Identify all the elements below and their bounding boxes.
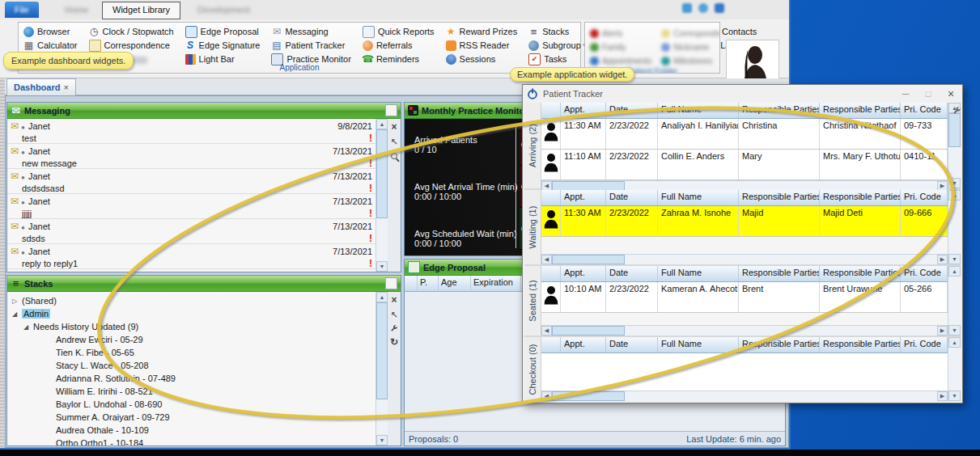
scroll-left-icon[interactable] (541, 326, 552, 336)
family-button[interactable]: Family (588, 40, 653, 53)
wrench-icon[interactable] (390, 324, 398, 332)
close-button[interactable] (940, 86, 962, 102)
correspondence2-button[interactable]: Correspondence (660, 27, 720, 40)
close-tab-icon[interactable] (63, 82, 68, 92)
tab-widget-library[interactable]: Widget Library (102, 2, 180, 19)
close-icon[interactable] (391, 121, 397, 133)
column-header[interactable]: P. (418, 276, 439, 291)
scroll-down-icon[interactable] (948, 254, 961, 264)
popout-arrow-icon[interactable] (390, 310, 397, 320)
vertical-scrollbar[interactable] (375, 292, 388, 445)
tracker-title-bar[interactable]: Patient Tracker (523, 85, 962, 103)
column-header[interactable]: Responsible Parties (F (739, 103, 820, 118)
column-header[interactable]: Appt. (561, 337, 606, 353)
tree-item-patient[interactable]: William E. Iririhi - 08-521 (56, 385, 375, 398)
scroll-down-icon[interactable] (376, 435, 388, 445)
tree-item-patient[interactable]: Tien K. Fibe - 05-65 (56, 346, 375, 359)
subgroup-button[interactable]: Subgroup (527, 39, 588, 52)
correspondence-button[interactable]: Correspondence (87, 39, 176, 52)
status-circle-icon[interactable] (698, 3, 708, 13)
vertical-scrollbar[interactable] (948, 190, 961, 264)
column-header[interactable]: Expiration (471, 276, 521, 291)
scroll-up-icon[interactable] (948, 190, 961, 201)
help-icon[interactable] (715, 3, 724, 13)
column-header[interactable]: Pri. Code (901, 190, 948, 205)
patient-row[interactable]: 10:10 AM 2/23/2022 Kameran A. Ahecoti Br… (541, 282, 948, 313)
tree-item-patient[interactable]: Stacy L. Wace - 05-208 (56, 359, 375, 372)
column-header[interactable]: Responsible Parties (F (820, 337, 901, 353)
column-header[interactable]: Responsible Parties (F (820, 103, 901, 118)
expanded-arrow-icon[interactable] (12, 310, 22, 318)
scroll-thumb[interactable] (948, 113, 961, 147)
quick-reports-button[interactable]: Quick Reports (361, 25, 436, 38)
patient-tracker-button[interactable]: Patient Tracker (269, 39, 352, 52)
vertical-scrollbar[interactable] (375, 119, 388, 272)
column-header[interactable]: Responsible Parties (F (739, 190, 820, 205)
messaging-button[interactable]: Messaging (269, 25, 352, 38)
close-icon[interactable] (391, 294, 397, 306)
reward-prizes-button[interactable]: Reward Prizes (444, 25, 520, 38)
calculator-button[interactable]: Calculator (22, 39, 79, 52)
horizontal-scrollbar[interactable] (541, 325, 948, 336)
tree-item-admin[interactable]: Admin (12, 307, 375, 320)
referrals-button[interactable]: Referrals (361, 39, 436, 52)
column-header[interactable]: Age (439, 276, 471, 291)
message-item[interactable]: Janet7/13/2021 reply to reply1 (7, 244, 375, 269)
message-item[interactable]: Janet7/13/2021 new message (7, 144, 375, 169)
tree-item-patient[interactable]: Adrianna R. Sotluthin - 07-489 (56, 372, 375, 385)
minimize-button[interactable] (894, 86, 917, 102)
scroll-right-icon[interactable] (937, 391, 948, 401)
edge-signature-button[interactable]: Edge Signature (184, 39, 262, 52)
message-item[interactable]: Janet9/8/2021 test (7, 119, 375, 144)
column-header[interactable]: Pri. Code (901, 337, 948, 353)
column-header[interactable]: Appt. (561, 190, 606, 205)
refresh-icon[interactable] (390, 336, 398, 348)
stacks-button[interactable]: Stacks (527, 25, 588, 38)
column-header[interactable]: Appt. (561, 103, 606, 118)
tree-item-shared[interactable]: (Shared) (12, 294, 375, 307)
column-header[interactable]: Date (606, 337, 658, 353)
column-header[interactable]: Date (606, 190, 658, 205)
scroll-thumb[interactable] (552, 326, 625, 336)
tree-item-patient[interactable]: Ortho Ortho1 - 10-184 (56, 437, 375, 445)
tree-item-patient[interactable]: Audrea Othale - 10-109 (56, 424, 375, 437)
widget-collapse-button[interactable] (385, 277, 397, 289)
patient-row-selected[interactable]: 11:30 AM 2/23/2022 Zahraa M. Isnohe Maji… (541, 206, 948, 237)
message-item[interactable]: Janet7/13/2021 dsdsdsasd (7, 169, 375, 194)
maximize-button[interactable] (917, 86, 940, 102)
message-item[interactable]: Janet7/13/2021 sdsds (7, 219, 375, 244)
column-header[interactable]: Responsible Parties (F (739, 337, 820, 353)
key-icon[interactable] (682, 3, 692, 13)
scroll-thumb[interactable] (376, 129, 388, 218)
tree-item-needs-history[interactable]: Needs History Updated (9) (23, 320, 375, 333)
tab-file[interactable]: File (5, 2, 39, 18)
patient-row[interactable]: 11:30 AM 2/23/2022 Analiyah I. Hanilyian… (541, 119, 948, 150)
scroll-right-icon[interactable] (937, 255, 948, 264)
popout-arrow-icon[interactable] (390, 137, 397, 147)
column-header[interactable]: Responsible Parties (F (820, 190, 901, 205)
tab-dashboard[interactable]: Dashboard (6, 78, 76, 95)
tab-development[interactable]: Development (188, 2, 260, 18)
message-item[interactable]: Janet7/13/2021 jjjjj (7, 194, 375, 219)
browser-button[interactable]: Browser (22, 25, 79, 38)
column-header[interactable]: Responsible Parties (F (739, 266, 820, 281)
column-header[interactable]: Full Name (658, 103, 739, 118)
tree-item-patient[interactable]: Andrew Ewciri - 05-29 (56, 333, 375, 346)
scroll-left-icon[interactable] (541, 391, 552, 401)
column-header[interactable]: Appt. (561, 266, 606, 281)
horizontal-scrollbar[interactable] (541, 391, 948, 401)
edge-proposal-button[interactable]: Edge Proposal (184, 25, 262, 38)
alerts-button[interactable]: Alerts (588, 27, 653, 40)
patient-row[interactable]: 11:10 AM 2/23/2022 Collin E. Anders Mary… (541, 150, 948, 180)
column-header[interactable]: Pri. Code (901, 266, 948, 281)
rss-reader-button[interactable]: RSS Reader (444, 39, 520, 52)
widget-collapse-button[interactable] (385, 104, 397, 116)
nickname-button[interactable]: Nickname (660, 40, 720, 53)
vertical-scrollbar[interactable] (948, 337, 961, 401)
column-header[interactable]: Date (606, 266, 658, 281)
column-header[interactable]: Responsible Parties (F (820, 266, 901, 281)
expanded-arrow-icon[interactable] (23, 323, 33, 331)
clock-stopwatch-button[interactable]: Clock / Stopwatch (87, 25, 176, 38)
vertical-scrollbar[interactable] (948, 266, 961, 336)
scroll-down-icon[interactable] (948, 325, 961, 336)
